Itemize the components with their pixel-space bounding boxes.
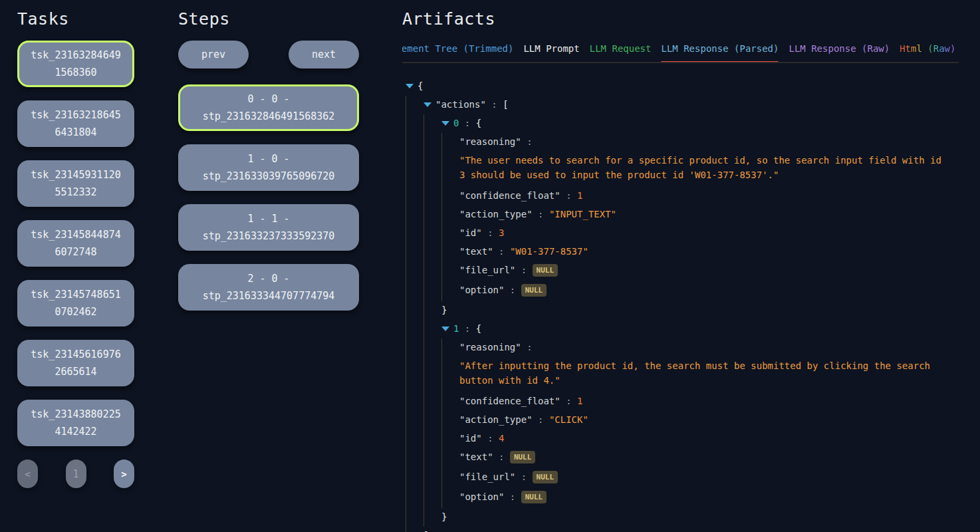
step-button[interactable]: 1 - 0 - stp_231633039765096720 bbox=[178, 144, 359, 191]
task-button[interactable]: tsk_231632846491568360 bbox=[17, 41, 134, 87]
indent-guide bbox=[406, 320, 424, 338]
indent-guide bbox=[406, 488, 424, 508]
tab-llm-response-parsed[interactable]: LLM Response (Parsed) bbox=[661, 43, 779, 62]
json-punc: : bbox=[482, 433, 499, 444]
indent-guide bbox=[406, 508, 424, 527]
tree-line: "option" : NULL bbox=[402, 281, 959, 301]
tab-element-tree-trimmed[interactable]: Element Tree (Trimmed) bbox=[402, 43, 513, 62]
next-button[interactable]: next bbox=[289, 41, 359, 68]
json-string: "INPUT_TEXT" bbox=[549, 209, 616, 219]
step-button[interactable]: 2 - 0 - stp_231633344707774794 bbox=[178, 264, 359, 311]
indent-guide bbox=[441, 411, 459, 430]
json-brace: } bbox=[441, 305, 447, 315]
json-key: "file_url" bbox=[459, 265, 515, 275]
json-key: "file_url" bbox=[459, 471, 515, 482]
tree-line-content: "confidence_float" : 1 bbox=[459, 392, 582, 411]
indent-guide bbox=[406, 338, 424, 357]
pagination-page-button[interactable]: 1 bbox=[66, 460, 86, 488]
indent-guide bbox=[424, 468, 441, 488]
indent-guide bbox=[424, 261, 441, 281]
collapse-arrow-icon[interactable] bbox=[424, 102, 431, 107]
indent-guide bbox=[441, 205, 459, 224]
tree-line-content: } bbox=[441, 508, 447, 527]
tree-line: 1 : { bbox=[402, 320, 959, 338]
indent-guide bbox=[441, 152, 459, 187]
json-punc: : bbox=[482, 227, 499, 238]
task-button[interactable]: tsk_231457486510702462 bbox=[17, 280, 134, 327]
task-button[interactable]: tsk_231458448746072748 bbox=[17, 220, 134, 267]
task-button[interactable]: tsk_231632186456431804 bbox=[17, 100, 134, 147]
tree-line-content: "action_type" : "CLICK" bbox=[459, 411, 588, 430]
tasks-pagination: < 1 > bbox=[17, 460, 134, 488]
tree-line: } bbox=[402, 508, 959, 527]
indent-guide bbox=[441, 281, 459, 301]
tree-line-content: "text" : "W01-377-8537" bbox=[459, 243, 588, 261]
tree-line-content: "After inputting the product id, the sea… bbox=[459, 357, 949, 392]
tree-line-content: "confidence_float" : 1 bbox=[459, 187, 582, 205]
json-key: "confidence_float" bbox=[459, 190, 560, 201]
tree-line: "file_url" : NULL bbox=[402, 261, 959, 281]
json-string: "After inputting the product id, the sea… bbox=[459, 360, 930, 386]
tree-line-content: "id" : 4 bbox=[459, 430, 504, 448]
tree-line: "reasoning" : bbox=[402, 338, 959, 357]
tree-line: "text" : "W01-377-8537" bbox=[402, 243, 959, 261]
step-button[interactable]: 0 - 0 - stp_231632846491568362 bbox=[178, 84, 359, 131]
tasks-title: Tasks bbox=[17, 9, 134, 29]
json-brace: } bbox=[441, 511, 447, 522]
tree-line-content: "file_url" : NULL bbox=[459, 468, 558, 488]
artifacts-tabbar: Element Tree (Trimmed) LLM Prompt LLM Re… bbox=[402, 43, 959, 63]
tree-line-content: "actions" : [ bbox=[424, 96, 509, 114]
indent-guide bbox=[406, 243, 424, 261]
indent-guide bbox=[424, 430, 441, 448]
tree-line-content: "file_url" : NULL bbox=[459, 261, 558, 281]
tab-html-raw[interactable]: Html (Raw) bbox=[900, 43, 955, 62]
artifacts-panel: Artifacts Element Tree (Trimmed) LLM Pro… bbox=[402, 0, 959, 532]
json-key: "option" bbox=[459, 285, 504, 295]
json-string: "CLICK" bbox=[549, 414, 588, 425]
tree-line-content: "reasoning" : bbox=[459, 338, 533, 357]
collapse-arrow-icon[interactable] bbox=[441, 121, 449, 126]
tree-line: "text" : NULL bbox=[402, 448, 959, 468]
tree-line-content: "option" : NULL bbox=[459, 281, 547, 301]
indent-guide bbox=[424, 320, 441, 338]
indent-guide bbox=[441, 261, 459, 281]
tree-line-content: "id" : 3 bbox=[459, 224, 504, 243]
indent-guide bbox=[406, 468, 424, 488]
indent-guide bbox=[424, 357, 441, 392]
tab-llm-prompt[interactable]: LLM Prompt bbox=[523, 43, 579, 62]
tree-line: "confidence_float" : 1 bbox=[402, 392, 959, 411]
collapse-arrow-icon[interactable] bbox=[406, 84, 414, 88]
json-key: "action_type" bbox=[459, 209, 533, 219]
json-punc: : bbox=[533, 414, 549, 425]
prev-button[interactable]: prev bbox=[178, 41, 249, 68]
json-key: "id" bbox=[459, 227, 482, 238]
json-key: "id" bbox=[459, 433, 482, 444]
tree-line: "After inputting the product id, the sea… bbox=[402, 357, 959, 392]
tab-llm-request[interactable]: LLM Request bbox=[590, 43, 652, 62]
indent-guide bbox=[441, 338, 459, 357]
json-tree-view: {"actions" : [0 : {"reasoning" :"The use… bbox=[402, 77, 959, 532]
tree-line-content: } bbox=[441, 301, 447, 320]
artifacts-title: Artifacts bbox=[402, 9, 959, 29]
app-root: Tasks tsk_231632846491568360 tsk_2316321… bbox=[0, 0, 980, 532]
tab-llm-response-raw[interactable]: LLM Response (Raw) bbox=[789, 43, 890, 62]
task-button[interactable]: tsk_231459311205512332 bbox=[17, 160, 134, 207]
indent-guide bbox=[424, 281, 441, 301]
indent-guide bbox=[406, 357, 424, 392]
tree-line: "actions" : [ bbox=[402, 96, 959, 114]
step-button[interactable]: 1 - 1 - stp_231633237333592370 bbox=[178, 204, 359, 251]
indent-guide bbox=[424, 392, 441, 411]
pagination-prev-button[interactable]: < bbox=[17, 460, 38, 488]
json-number: 3 bbox=[499, 227, 504, 238]
tree-line-content: "The user needs to search for a specific… bbox=[459, 152, 949, 187]
json-string: "The user needs to search for a specific… bbox=[459, 155, 941, 180]
indent-guide bbox=[441, 224, 459, 243]
collapse-arrow-icon[interactable] bbox=[441, 327, 449, 331]
json-punc: : bbox=[515, 265, 532, 275]
task-button[interactable]: tsk_231438802254142422 bbox=[17, 400, 134, 446]
pagination-next-button[interactable]: > bbox=[114, 460, 134, 488]
json-punc: : bbox=[521, 136, 533, 147]
steps-nav: prev next bbox=[178, 41, 359, 68]
task-button[interactable]: tsk_231456169762665614 bbox=[17, 340, 134, 386]
json-key: "confidence_float" bbox=[459, 396, 560, 406]
